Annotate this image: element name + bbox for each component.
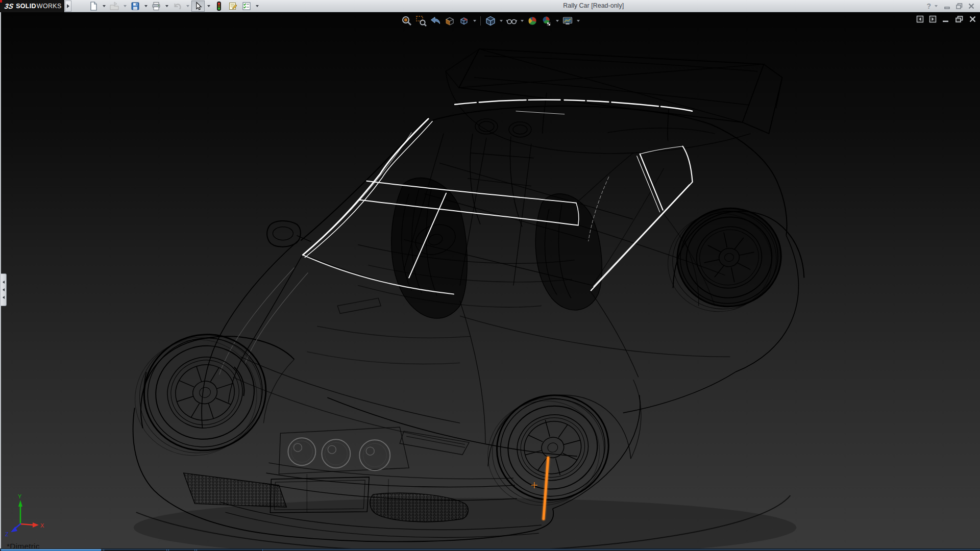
brand-text-bold: SOLID (16, 3, 36, 10)
options-checklist-icon (241, 1, 252, 11)
solidworks-logo-mark: 3S (4, 2, 14, 10)
save-button[interactable] (129, 1, 142, 12)
restore-icon (955, 3, 963, 10)
file-properties-icon (228, 1, 238, 11)
view-orientation-label: *Dimetric (7, 542, 40, 548)
open-button[interactable] (108, 1, 121, 12)
collapse-left-icon (3, 288, 5, 291)
zoom-to-area-icon (415, 15, 427, 27)
close-icon (968, 3, 975, 10)
collapse-left-icon (3, 281, 5, 284)
graphics-area[interactable]: Y X Z (0, 12, 980, 548)
options-button[interactable] (240, 1, 253, 12)
previous-view-icon (430, 15, 441, 27)
close-document-icon (969, 15, 976, 23)
hide-show-dropdown-caret[interactable] (521, 20, 524, 22)
titlebar: 3S SOLID WORKS (0, 0, 980, 12)
new-document-button[interactable] (87, 1, 100, 12)
undo-icon (172, 1, 182, 11)
zoom-to-area-button[interactable] (414, 15, 428, 27)
pane-toggle-right-button[interactable] (929, 15, 937, 23)
wheel-front-left (119, 319, 282, 471)
print-icon (151, 1, 161, 11)
view-settings-dropdown-caret[interactable] (577, 20, 580, 22)
select-dropdown-caret[interactable] (207, 5, 210, 7)
panel-splitter-handle[interactable] (1, 273, 7, 306)
solidworks-logo: 3S SOLID WORKS (0, 0, 64, 12)
zoom-to-fit-button[interactable] (400, 15, 413, 27)
hide-show-items-glasses-icon (506, 15, 517, 27)
undo-button[interactable] (170, 1, 184, 12)
rebuild-button[interactable] (212, 1, 226, 12)
file-properties-button[interactable] (226, 1, 239, 12)
undo-dropdown-caret[interactable] (186, 5, 189, 7)
open-icon (109, 1, 119, 11)
print-dropdown-caret[interactable] (165, 5, 168, 7)
right-arrow-icon (67, 4, 69, 8)
edit-appearance-ball-icon (527, 15, 538, 27)
save-icon (130, 1, 140, 11)
document-window-controls (916, 15, 976, 23)
apply-scene-icon (541, 15, 552, 27)
display-style-icon (458, 15, 470, 27)
display-style-dropdown-caret[interactable] (473, 20, 476, 22)
minimize-document-button[interactable] (942, 15, 950, 23)
options-dropdown-caret[interactable] (256, 5, 259, 7)
select-cursor-icon (193, 1, 203, 11)
pane-toggle-left-button[interactable] (916, 15, 924, 23)
restore-document-icon (955, 15, 964, 23)
minimize-button[interactable] (944, 3, 951, 10)
select-button[interactable] (191, 1, 205, 12)
pane-toggle-right-icon (929, 15, 937, 23)
window-title: Rally Car [Read-only] (260, 2, 926, 10)
menu-expand-arrow[interactable] (65, 1, 71, 12)
hide-show-items-button[interactable] (505, 15, 518, 27)
standard-toolbar (87, 1, 260, 12)
minimize-document-icon (942, 15, 950, 23)
print-button[interactable] (150, 1, 163, 12)
zoom-to-fit-icon (401, 15, 412, 27)
display-style-button[interactable] (457, 15, 471, 27)
brand-text-light: WORKS (37, 3, 62, 10)
taskbar-edge (0, 548, 980, 551)
apply-scene-button[interactable] (540, 15, 553, 27)
wheel-front-right (475, 383, 631, 518)
front-lights (288, 438, 390, 470)
taskbar-button-edge[interactable] (104, 549, 167, 551)
new-dropdown-caret[interactable] (103, 5, 106, 7)
pane-toggle-left-icon (916, 15, 924, 23)
restore-document-button[interactable] (955, 15, 964, 23)
window-controls: ? (926, 2, 975, 10)
taskbar-button-edge[interactable] (168, 549, 195, 551)
view-orientation-cube-icon (485, 15, 496, 27)
close-button[interactable] (968, 3, 975, 10)
restore-button[interactable] (955, 3, 963, 10)
view-orientation-dropdown-caret[interactable] (500, 20, 503, 22)
orientation-triad: Y X Z (5, 493, 44, 537)
close-document-button[interactable] (969, 15, 976, 23)
save-dropdown-caret[interactable] (144, 5, 148, 7)
triad-z-label: Z (5, 531, 9, 537)
edit-appearance-button[interactable] (526, 15, 539, 27)
new-document-icon (88, 1, 99, 11)
help-dropdown-caret[interactable] (935, 5, 938, 7)
help-icon: ? (926, 2, 931, 10)
open-dropdown-caret[interactable] (124, 5, 127, 7)
help-button[interactable]: ? (926, 2, 939, 10)
view-settings-button[interactable] (561, 15, 574, 27)
taskbar-button-edge[interactable] (197, 549, 263, 551)
apply-scene-dropdown-caret[interactable] (556, 20, 559, 22)
triad-x-label: X (40, 522, 44, 529)
model-wireframe-rally-car[interactable]: Y X Z (1, 12, 980, 548)
wheel-rear-right (658, 199, 804, 321)
view-settings-icon (562, 15, 573, 27)
view-orientation-button[interactable] (484, 15, 497, 27)
triad-y-label: Y (18, 493, 22, 499)
minimize-icon (944, 3, 951, 10)
heads-up-view-toolbar (400, 15, 581, 27)
taskbar-active-button-edge[interactable] (1, 549, 101, 551)
toolbar-separator (480, 16, 481, 26)
previous-view-button[interactable] (429, 15, 442, 27)
section-view-button[interactable] (443, 15, 456, 27)
section-view-icon (444, 15, 455, 27)
